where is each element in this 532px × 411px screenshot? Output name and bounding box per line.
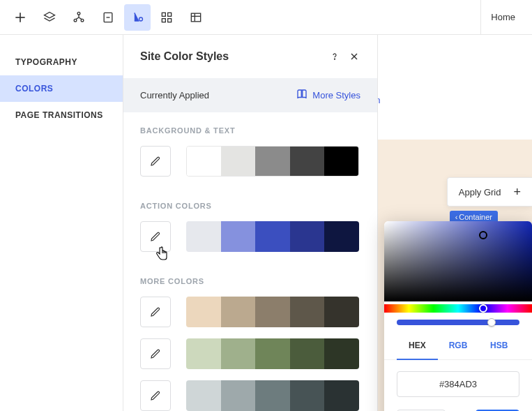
color-styles-panel: Site Color Styles Currently Applied More…	[123, 35, 378, 411]
swatch[interactable]	[221, 338, 256, 369]
swatch[interactable]	[186, 221, 221, 252]
edit-action-colors-button[interactable]	[140, 221, 171, 252]
swatch[interactable]	[221, 221, 256, 252]
section-label-more: MORE COLORS	[140, 277, 360, 285]
section-label-bg-text: BACKGROUND & TEXT	[140, 126, 360, 135]
swatch[interactable]	[324, 380, 359, 411]
svg-point-16	[334, 59, 335, 59]
swatch[interactable]	[221, 297, 256, 327]
add-button[interactable]	[7, 4, 33, 31]
swatch[interactable]	[290, 297, 325, 327]
more-styles-label: More Styles	[312, 90, 360, 100]
section-label-action: ACTION COLORS	[140, 202, 360, 210]
svg-rect-9	[162, 13, 165, 16]
svg-rect-13	[191, 13, 200, 22]
swatch[interactable]	[324, 338, 359, 369]
design-sidebar: TYPOGRAPHY COLORS PAGE TRANSITIONS	[0, 35, 123, 411]
svg-rect-10	[168, 13, 172, 16]
tab-hex[interactable]: HEX	[397, 334, 438, 360]
swatch[interactable]	[186, 380, 221, 411]
tab-rgb[interactable]: RGB	[438, 334, 479, 359]
list-button[interactable]	[183, 4, 209, 31]
swatch[interactable]	[324, 221, 359, 252]
home-link[interactable]: Home	[480, 0, 525, 35]
swatch[interactable]	[290, 221, 325, 252]
help-icon[interactable]	[328, 50, 341, 63]
swatch[interactable]	[290, 147, 324, 176]
book-icon	[296, 88, 308, 103]
chevron-left-icon: ‹	[455, 213, 458, 221]
page-button[interactable]	[95, 4, 121, 31]
sidebar-item-typography[interactable]: TYPOGRAPHY	[0, 49, 123, 75]
apply-grid-bar[interactable]: Apply Grid +	[447, 177, 532, 207]
hex-input[interactable]	[397, 371, 519, 397]
swatch[interactable]	[221, 380, 256, 411]
alpha-thumb[interactable]	[487, 318, 496, 327]
edit-more2-button[interactable]	[140, 338, 171, 369]
edit-more3-button[interactable]	[140, 380, 171, 411]
swatch[interactable]	[324, 297, 359, 327]
edit-more1-button[interactable]	[140, 297, 171, 327]
saturation-value-area[interactable]	[384, 221, 532, 301]
svg-marker-2	[45, 12, 55, 17]
design-button[interactable]	[124, 4, 151, 31]
grid-button[interactable]	[153, 4, 180, 31]
panel-title: Site Color Styles	[140, 50, 321, 63]
more2-swatches[interactable]	[186, 338, 359, 369]
structure-button[interactable]	[66, 4, 92, 31]
sv-thumb[interactable]	[479, 231, 487, 239]
swatch[interactable]	[255, 338, 290, 369]
edit-bg-text-button[interactable]	[140, 146, 171, 177]
svg-rect-12	[168, 18, 172, 22]
sidebar-item-colors[interactable]: COLORS	[0, 75, 123, 102]
swatch[interactable]	[324, 147, 358, 176]
tab-hsb[interactable]: HSB	[478, 334, 519, 359]
plus-icon[interactable]: +	[513, 186, 521, 198]
swatch[interactable]	[255, 380, 290, 411]
currently-applied-label: Currently Applied	[140, 90, 209, 100]
swatch[interactable]	[255, 297, 290, 327]
swatch[interactable]	[186, 297, 221, 327]
action-swatches[interactable]	[186, 221, 359, 252]
more-styles-link[interactable]: More Styles	[296, 88, 360, 103]
sidebar-item-page-transitions[interactable]: PAGE TRANSITIONS	[0, 102, 123, 128]
svg-point-8	[139, 17, 143, 21]
apply-grid-label: Apply Grid	[459, 187, 501, 197]
hue-thumb[interactable]	[479, 304, 487, 313]
swatch[interactable]	[290, 380, 325, 411]
container-badge-label: Container	[459, 213, 492, 221]
cursor-hand-icon	[155, 246, 169, 264]
swatch[interactable]	[255, 221, 290, 252]
hue-slider[interactable]	[384, 304, 532, 313]
more3-swatches[interactable]	[186, 380, 359, 411]
swatch[interactable]	[290, 338, 325, 369]
more1-swatches[interactable]	[186, 297, 359, 327]
top-toolbar: Home	[0, 0, 532, 35]
swatch[interactable]	[187, 147, 221, 176]
layers-button[interactable]	[36, 4, 63, 31]
svg-rect-11	[162, 18, 165, 22]
swatch[interactable]	[221, 147, 255, 176]
color-picker: HEX RGB HSB Cancel Apply	[384, 221, 532, 411]
close-icon[interactable]	[348, 50, 360, 63]
svg-point-3	[77, 12, 80, 15]
swatch[interactable]	[255, 147, 289, 176]
swatch[interactable]	[186, 338, 221, 369]
bg-text-swatches[interactable]	[186, 146, 359, 177]
alpha-slider[interactable]	[397, 320, 519, 325]
